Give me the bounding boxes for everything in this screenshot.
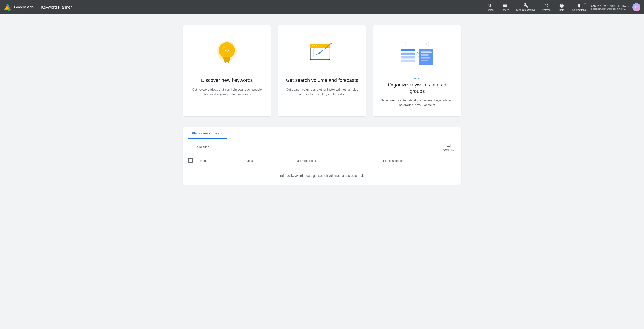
status-column-header: Status bbox=[239, 155, 290, 167]
svg-rect-26 bbox=[401, 52, 415, 55]
svg-rect-31 bbox=[421, 54, 429, 56]
notifications-nav-label: Notifications bbox=[572, 8, 586, 11]
main-content: Discover new keywords Get keyword ideas … bbox=[165, 14, 479, 196]
refresh-icon bbox=[544, 3, 549, 8]
nav-divider bbox=[37, 4, 38, 11]
tools-icon bbox=[523, 3, 528, 8]
help-icon bbox=[559, 3, 564, 8]
help-nav-label: Help bbox=[559, 8, 564, 11]
app-logo[interactable]: Google Ads bbox=[4, 3, 34, 11]
svg-rect-32 bbox=[421, 57, 430, 58]
google-ads-logo-icon bbox=[4, 3, 12, 11]
svg-rect-29 bbox=[419, 49, 433, 65]
search-nav-label: Search bbox=[486, 8, 494, 11]
sort-desc-icon bbox=[314, 159, 318, 163]
svg-point-17 bbox=[316, 45, 317, 46]
plans-table: Plan Status Last modified Forecast perio… bbox=[183, 155, 461, 185]
checkbox-header bbox=[183, 155, 194, 167]
forecast-period-column-header: Forecast period bbox=[378, 155, 461, 167]
tools-nav-button[interactable]: Tools and settings bbox=[513, 2, 538, 12]
discover-illustration bbox=[209, 36, 245, 72]
user-avatar[interactable]: E bbox=[632, 3, 640, 11]
svg-point-10 bbox=[228, 62, 229, 63]
organize-icon bbox=[399, 39, 435, 68]
svg-point-2 bbox=[8, 8, 11, 11]
lightbulb-icon bbox=[212, 38, 242, 70]
last-modified-column-header[interactable]: Last modified bbox=[290, 155, 378, 167]
svg-rect-28 bbox=[401, 60, 415, 62]
chart-icon bbox=[306, 39, 338, 68]
plan-column-header: Plan bbox=[194, 155, 239, 167]
discover-keywords-card[interactable]: Discover new keywords Get keyword ideas … bbox=[183, 25, 271, 116]
plans-tabs: Plans created by you bbox=[183, 127, 461, 139]
top-navigation: Google Ads Keyword Planner Search Report… bbox=[0, 0, 644, 14]
svg-point-11 bbox=[223, 46, 225, 49]
svg-line-35 bbox=[416, 54, 419, 57]
nav-actions: Search Reports Tools and settings Refres… bbox=[483, 2, 640, 12]
svg-rect-6 bbox=[224, 59, 230, 60]
refresh-nav-button[interactable]: Refresh bbox=[539, 2, 554, 12]
svg-rect-25 bbox=[401, 49, 415, 52]
tools-nav-label: Tools and settings bbox=[516, 8, 536, 11]
discover-title: Discover new keywords bbox=[201, 77, 253, 84]
search-nav-button[interactable]: Search bbox=[483, 2, 497, 12]
empty-table-row: Find new keyword ideas, get search volum… bbox=[183, 167, 461, 185]
svg-rect-27 bbox=[401, 56, 415, 58]
search-icon bbox=[488, 3, 492, 8]
organize-keywords-card[interactable]: NEW Organize keywords into ad groups Sav… bbox=[373, 25, 461, 116]
svg-line-34 bbox=[416, 50, 419, 54]
organize-title: Organize keywords into ad groups bbox=[380, 82, 454, 94]
empty-message: Find new keyword ideas, get search volum… bbox=[183, 167, 461, 185]
svg-point-16 bbox=[314, 45, 315, 46]
svg-point-9 bbox=[224, 62, 226, 63]
account-id: 655-347-3657 DashThis Adwo... bbox=[591, 4, 630, 8]
svg-point-20 bbox=[319, 52, 321, 54]
filter-icon[interactable] bbox=[188, 145, 193, 149]
organize-illustration bbox=[399, 36, 435, 72]
select-all-checkbox[interactable] bbox=[188, 158, 193, 163]
add-filter-button[interactable]: Add filter bbox=[194, 144, 210, 150]
account-info[interactable]: 655-347-3657 DashThis Adwo... elisabeth.… bbox=[591, 4, 630, 10]
columns-label: Columns bbox=[444, 148, 454, 151]
funnel-icon bbox=[188, 145, 193, 149]
account-email: elisabeth.dignard@dashthis.c... bbox=[591, 8, 626, 10]
svg-point-15 bbox=[312, 45, 313, 46]
search-volume-description: Get search volume and other historical m… bbox=[285, 87, 359, 97]
svg-rect-23 bbox=[405, 42, 429, 46]
notifications-nav-button[interactable]: Notifications bbox=[570, 2, 588, 12]
search-volume-illustration bbox=[304, 36, 340, 72]
help-nav-button[interactable]: Help bbox=[554, 2, 569, 12]
columns-icon bbox=[446, 143, 451, 148]
section-title: Keyword Planner bbox=[41, 5, 72, 10]
notifications-icon bbox=[577, 3, 582, 8]
feature-cards: Discover new keywords Get keyword ideas … bbox=[183, 25, 461, 116]
svg-rect-5 bbox=[224, 57, 230, 59]
new-badge: NEW bbox=[414, 77, 420, 80]
reports-nav-button[interactable]: Reports bbox=[498, 2, 512, 12]
discover-description: Get keyword ideas that can help you reac… bbox=[190, 87, 264, 97]
refresh-nav-label: Refresh bbox=[542, 8, 551, 11]
columns-button[interactable]: Columns bbox=[442, 142, 456, 152]
svg-rect-30 bbox=[421, 52, 432, 53]
google-ads-text: Google Ads bbox=[14, 5, 34, 10]
reports-nav-label: Reports bbox=[500, 8, 509, 11]
organize-description: Save time by automatically organizing ke… bbox=[380, 98, 454, 108]
plans-toolbar: Add filter Columns bbox=[183, 139, 461, 155]
svg-rect-33 bbox=[421, 60, 428, 61]
plans-created-by-you-tab[interactable]: Plans created by you bbox=[188, 127, 227, 139]
search-volume-title: Get search volume and forecasts bbox=[286, 77, 358, 84]
reports-icon bbox=[503, 3, 508, 8]
search-volume-card[interactable]: Get search volume and forecasts Get sear… bbox=[278, 25, 366, 116]
plans-section: Plans created by you Add filter Columns bbox=[183, 127, 461, 185]
